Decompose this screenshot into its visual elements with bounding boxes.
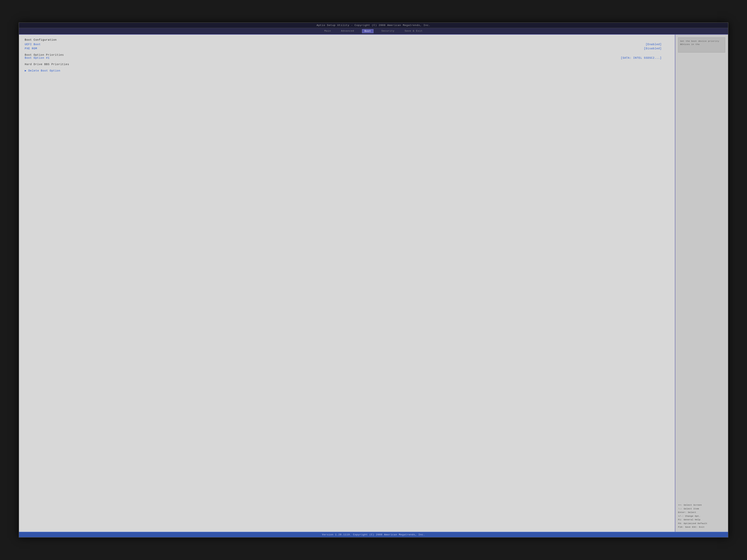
keybind-key-3: +/-:	[678, 515, 684, 517]
boot-option-1-value: [SATA: INTEL SSDSC2...]	[621, 56, 662, 59]
title-bar: Aptio Setup Utility - Copyright (C) 2008…	[19, 23, 728, 28]
keybind-key-1: ↑↓:	[678, 507, 682, 510]
left-panel: Boot Configuration UEFI Boot [Enabled] P…	[19, 35, 675, 532]
right-panel: Set the boot device priority BEVices in …	[675, 35, 728, 532]
tab-boot[interactable]: Boot	[362, 29, 374, 33]
title-text: Aptio Setup Utility - Copyright (C) 2008…	[317, 24, 430, 27]
keybind-action-1: Select Item	[684, 507, 699, 510]
boot-option-1-row[interactable]: Boot Option #1 [SATA: INTEL SSDSC2...]	[25, 56, 669, 59]
keybind-select-item: ↑↓: Select Item	[678, 507, 725, 511]
keybind-key-6: F10:	[678, 526, 684, 528]
pxe-rom-row[interactable]: PXE ROM [Disabled]	[25, 47, 669, 50]
keybind-key-2: Enter:	[678, 511, 686, 513]
keybind-select-screen: ++: Select Screen	[678, 503, 725, 507]
uefi-boot-label: UEFI Boot	[25, 43, 41, 46]
bios-screen: Aptio Setup Utility - Copyright (C) 2008…	[19, 22, 728, 538]
delete-boot-option-item[interactable]: ► Delete Boot Option	[25, 69, 669, 72]
delete-boot-option-label: Delete Boot Option	[28, 69, 60, 72]
uefi-boot-value: [Enabled]	[646, 43, 662, 46]
keybind-action-4: General Help	[684, 518, 700, 521]
boot-configuration-label: Boot Configuration	[25, 38, 669, 42]
help-text: Set the boot device priority	[680, 40, 719, 42]
keybind-action-3: Change Opt.	[685, 515, 700, 517]
menu-tabs: Main Advanced Boot Security Save & Exit	[19, 28, 728, 35]
pxe-rom-label: PXE ROM	[25, 47, 37, 50]
keybind-action-2: Select	[688, 511, 696, 513]
keybind-key-0: ++:	[678, 504, 682, 506]
uefi-boot-row[interactable]: UEFI Boot [Enabled]	[25, 43, 669, 46]
keybind-action-0: Select Screen	[684, 504, 702, 506]
boot-configuration-section: Boot Configuration UEFI Boot [Enabled] P…	[25, 38, 669, 50]
keybind-f10: F10: Save ESC: Exit	[678, 525, 725, 529]
keybind-key-5: F9:	[678, 522, 682, 525]
keybind-f9: F9: Optimized Default	[678, 522, 725, 525]
boot-option-priorities-section: Boot Option Priorities Boot Option #1 [S…	[25, 53, 669, 59]
tab-advanced[interactable]: Advanced	[339, 29, 356, 33]
boot-option-1-label: Boot Option #1	[25, 56, 50, 59]
help-text2: BEVices in the	[680, 43, 700, 46]
bottom-bar: Version 1.28.1119. Copyright (C) 2008 Am…	[19, 532, 728, 537]
keybind-enter: Enter: Select	[678, 510, 725, 514]
keybind-f1: F1: General Help	[678, 518, 725, 522]
tab-main[interactable]: Main	[322, 29, 333, 33]
help-box: Set the boot device priority BEVices in …	[678, 37, 725, 53]
keybind-action-5: Optimized Default	[684, 522, 707, 525]
arrow-icon: ►	[25, 69, 26, 72]
keybind-key-4: F1:	[678, 518, 682, 521]
keybinds-box: ++: Select Screen ↑↓: Select Item Enter:…	[678, 503, 725, 529]
version-text: Version 1.28.1119. Copyright (C) 2008 Am…	[322, 533, 425, 536]
hard-drive-bbs-section: Hard Drive BBS Priorities	[25, 63, 669, 66]
keybind-action-6: Save ESC: Exit	[685, 526, 705, 528]
hard-drive-bbs-label: Hard Drive BBS Priorities	[25, 63, 669, 66]
tab-security[interactable]: Security	[379, 29, 397, 33]
keybind-change-opt: +/-: Change Opt.	[678, 514, 725, 518]
tab-save-exit[interactable]: Save & Exit	[402, 29, 425, 33]
main-content: Boot Configuration UEFI Boot [Enabled] P…	[19, 35, 728, 532]
pxe-rom-value: [Disabled]	[644, 47, 662, 50]
boot-option-priorities-label: Boot Option Priorities	[25, 53, 669, 56]
